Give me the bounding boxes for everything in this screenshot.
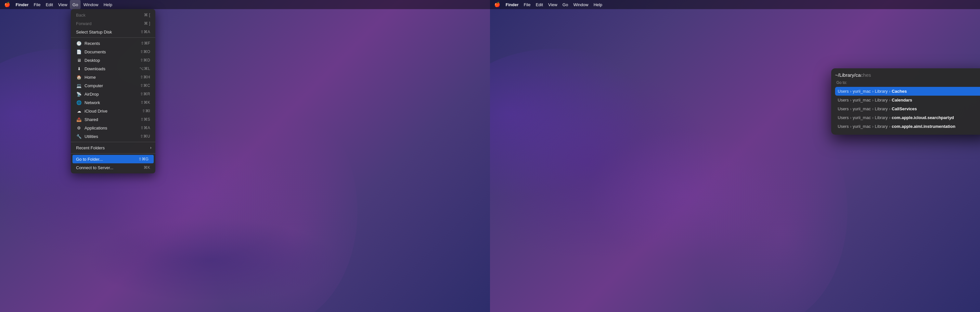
menubar-window-right[interactable]: Window xyxy=(571,0,591,9)
apple-menu-left[interactable]: 🍎 xyxy=(4,1,10,8)
suggestion-list: Users › yurii_mac › Library › Caches Use… xyxy=(835,87,980,131)
menu-shortcut-icloud: ⇧⌘I xyxy=(142,109,150,113)
menu-item-go-to-folder[interactable]: Go to Folder... ⇧⌘G xyxy=(72,155,154,163)
path-sep-3b: › xyxy=(872,106,873,111)
menu-item-connect-server[interactable]: Connect to Server... ⌘K xyxy=(71,163,155,172)
menu-separator-3 xyxy=(71,153,155,154)
menu-shortcut-go-to-folder: ⇧⌘G xyxy=(138,157,148,162)
path-callservices: CallServices xyxy=(892,106,916,111)
right-menubar: 🍎 Finder File Edit View Go Window Help xyxy=(490,0,980,9)
menubar-view-left[interactable]: View xyxy=(56,0,70,9)
menu-item-desktop[interactable]: 🖥 Desktop ⇧⌘D xyxy=(71,56,155,64)
menu-label-startup-disk: Select Startup Disk xyxy=(76,30,112,35)
path-sep-2b: › xyxy=(872,98,873,102)
suggestion-item-calendars[interactable]: Users › yurii_mac › Library › Calendars xyxy=(835,96,980,104)
path-sep-1b: › xyxy=(872,89,873,94)
menu-label-utilities: Utilities xyxy=(84,134,98,139)
menu-separator-2 xyxy=(71,142,155,142)
path-sep-2c: › xyxy=(889,98,890,102)
menu-label-shared: Shared xyxy=(84,117,98,122)
path-users-4: Users xyxy=(838,115,849,120)
menu-label-back: Back xyxy=(76,13,86,18)
path-caches: Caches xyxy=(892,89,907,94)
menu-item-shared[interactable]: 📤 Shared ⇧⌘S xyxy=(71,115,155,124)
menu-item-home[interactable]: 🏠 Home ⇧⌘H xyxy=(71,73,155,82)
path-library-1: Library xyxy=(875,89,888,94)
menubar-window-left[interactable]: Window xyxy=(81,0,101,9)
menubar-finder-right[interactable]: Finder xyxy=(503,0,521,9)
menu-label-recents: Recents xyxy=(84,41,100,46)
bg-decoration-3 xyxy=(65,211,358,309)
menubar-help-right[interactable]: Help xyxy=(591,0,605,9)
menu-item-applications[interactable]: ⚙ Applications ⇧⌘A xyxy=(71,124,155,132)
menu-shortcut-airdrop: ⇧⌘R xyxy=(140,92,150,96)
icloud-icon: ☁ xyxy=(76,108,82,114)
applications-icon: ⚙ xyxy=(76,125,82,131)
menu-label-applications: Applications xyxy=(84,126,107,130)
menu-shortcut-connect-server: ⌘K xyxy=(144,165,150,170)
menu-item-documents[interactable]: 📄 Documents ⇧⌘O xyxy=(71,48,155,56)
menubar-file-right[interactable]: File xyxy=(521,0,533,9)
menu-shortcut-startup-disk: ⇧⌘A xyxy=(140,30,150,34)
menu-item-back[interactable]: Back ⌘ [ xyxy=(71,11,155,19)
menu-shortcut-shared: ⇧⌘S xyxy=(140,117,150,122)
dialog-input-row: ~/Library/caches ✕ xyxy=(835,72,980,78)
menu-item-forward[interactable]: Forward ⌘ ] xyxy=(71,19,155,28)
documents-icon: 📄 xyxy=(76,49,82,54)
menubar-edit-left[interactable]: Edit xyxy=(43,0,56,9)
path-sep-5a: › xyxy=(850,124,851,129)
apple-menu-right[interactable]: 🍎 xyxy=(494,1,500,8)
suggestion-item-aiml[interactable]: Users › yurii_mac › Library › com.apple.… xyxy=(835,122,980,131)
suggestion-item-callservices[interactable]: Users › yurii_mac › Library › CallServic… xyxy=(835,104,980,113)
computer-icon: 💻 xyxy=(76,83,82,88)
path-calendars: Calendars xyxy=(892,98,912,102)
menu-label-home: Home xyxy=(84,75,96,80)
menu-label-forward: Forward xyxy=(76,21,92,26)
menubar-finder-left[interactable]: Finder xyxy=(13,0,31,9)
menubar-edit-right[interactable]: Edit xyxy=(533,0,546,9)
path-library-2: Library xyxy=(875,98,888,102)
menu-shortcut-documents: ⇧⌘O xyxy=(140,50,150,54)
menu-item-computer[interactable]: 💻 Computer ⇧⌘C xyxy=(71,82,155,90)
path-sep-5b: › xyxy=(872,124,873,129)
path-yurii-5: yurii_mac xyxy=(853,124,871,129)
path-aiml: com.apple.aiml.instrumentation xyxy=(892,124,955,129)
suggestion-item-caches[interactable]: Users › yurii_mac › Library › Caches xyxy=(835,87,980,96)
menu-separator-1 xyxy=(71,37,155,38)
menu-label-recent-folders: Recent Folders xyxy=(76,146,105,150)
menu-shortcut-home: ⇧⌘H xyxy=(140,75,150,79)
path-sep-1c: › xyxy=(889,89,890,94)
menu-label-icloud: iCloud Drive xyxy=(84,109,108,114)
network-icon: 🌐 xyxy=(76,99,82,106)
path-sep-4b: › xyxy=(872,115,873,120)
desktop-icon: 🖥 xyxy=(76,57,82,63)
menu-item-airdrop[interactable]: 📡 AirDrop ⇧⌘R xyxy=(71,90,155,98)
menu-shortcut-forward: ⌘ ] xyxy=(144,21,150,26)
path-sep-4a: › xyxy=(850,115,851,120)
menu-item-startup-disk[interactable]: Select Startup Disk ⇧⌘A xyxy=(71,28,155,36)
menu-item-recents[interactable]: 🕐 Recents ⇧⌘F xyxy=(71,39,155,48)
path-sep-1a: › xyxy=(850,89,851,94)
path-yurii-3: yurii_mac xyxy=(853,106,871,111)
menu-label-desktop: Desktop xyxy=(84,58,100,63)
airdrop-icon: 📡 xyxy=(76,91,82,97)
suggestion-item-searchpartyd[interactable]: Users › yurii_mac › Library › com.apple.… xyxy=(835,113,980,122)
path-yurii-2: yurii_mac xyxy=(853,98,871,102)
menubar-view-right[interactable]: View xyxy=(546,0,560,9)
menubar-go-right[interactable]: Go xyxy=(560,0,571,9)
menu-label-network: Network xyxy=(84,100,100,105)
menubar-go-left[interactable]: Go xyxy=(70,0,81,9)
menubar-file-left[interactable]: File xyxy=(31,0,43,9)
menu-item-utilities[interactable]: 🔧 Utilities ⇧⌘U xyxy=(71,132,155,141)
menu-item-downloads[interactable]: ⬇ Downloads ⌥⌘L xyxy=(71,64,155,73)
path-library-3: Library xyxy=(875,106,888,111)
go-to-folder-dialog: ~/Library/caches ✕ Go to: Users › yurii_… xyxy=(831,68,980,135)
menu-shortcut-network: ⇧⌘K xyxy=(140,100,150,105)
menubar-help-left[interactable]: Help xyxy=(101,0,115,9)
path-users-2: Users xyxy=(838,98,849,102)
path-yurii-1: yurii_mac xyxy=(853,89,871,94)
go-dropdown-menu: Back ⌘ [ Forward ⌘ ] Select Startup Disk… xyxy=(71,9,155,173)
menu-item-network[interactable]: 🌐 Network ⇧⌘K xyxy=(71,98,155,107)
menu-item-recent-folders[interactable]: Recent Folders › xyxy=(71,144,155,152)
menu-item-icloud[interactable]: ☁ iCloud Drive ⇧⌘I xyxy=(71,107,155,115)
